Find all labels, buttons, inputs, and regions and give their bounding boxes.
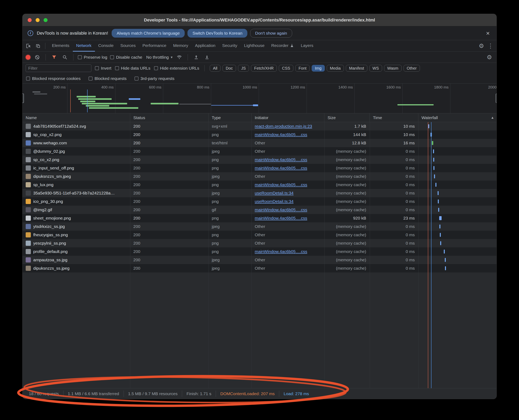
request-row[interactable]: sp_lux.png 200 png mainWindow.4ac6b05….c… xyxy=(23,180,496,189)
request-row[interactable]: dipuksnzzs_sm.jpeg 200 jpeg Other (memor… xyxy=(23,172,496,180)
request-filter-checkbox[interactable]: 3rd-party requests xyxy=(135,76,174,81)
filter-toggle-icon[interactable] xyxy=(50,53,58,61)
request-row[interactable]: ico_png_30.png 200 png useRoomDetail.ts:… xyxy=(23,197,496,206)
request-row[interactable]: ytsdrkxizc_ss.jpg 200 jpeg Other (memory… xyxy=(23,222,496,231)
initiator-link[interactable]: mainWindow.4ac6b05….css xyxy=(255,207,307,212)
resource-filter-chip[interactable]: CSS xyxy=(279,65,293,72)
resource-filter-chip[interactable]: Font xyxy=(295,65,310,72)
waterfall-bar xyxy=(445,258,446,262)
initiator-link[interactable]: Other xyxy=(255,141,265,145)
kebab-menu-icon[interactable]: ⋮ xyxy=(487,42,495,50)
initiator-link[interactable]: Other xyxy=(255,232,265,237)
initiator-link[interactable]: Other xyxy=(255,257,265,262)
panel-tab[interactable]: Performance xyxy=(139,40,170,52)
infobar-button[interactable]: Don't show again xyxy=(250,29,292,38)
hide-extension-urls-checkbox[interactable]: Hide extension URLs xyxy=(154,66,199,71)
column-header[interactable]: Size ▲ xyxy=(324,113,370,122)
filter-input[interactable] xyxy=(26,64,91,72)
resource-filter-chip[interactable]: Manifest xyxy=(346,65,367,72)
resource-filter-chip[interactable]: WS xyxy=(369,65,382,72)
request-row[interactable]: sp_cop_x2.png 200 png mainWindow.4ac6b05… xyxy=(23,130,496,139)
request-row[interactable]: @img2.gif 200 gif mainWindow.4ac6b05….cs… xyxy=(23,206,496,214)
initiator-link[interactable]: mainWindow.4ac6b05….css xyxy=(255,157,307,162)
request-row[interactable]: fheucyqjas_ss.png 200 png Other (memory … xyxy=(23,231,496,239)
close-window-button[interactable] xyxy=(28,18,32,22)
infobar-close-button[interactable]: × xyxy=(484,30,491,36)
overview-left-handle[interactable] xyxy=(23,93,24,103)
import-har-icon[interactable] xyxy=(192,53,200,61)
initiator-link[interactable]: Other xyxy=(255,266,265,271)
request-row[interactable]: profile_default.png 200 png mainWindow.4… xyxy=(23,248,496,256)
record-network-log-button[interactable] xyxy=(26,55,31,60)
column-header[interactable]: Time ▲ xyxy=(370,113,418,122)
resource-filter-chip[interactable]: Img xyxy=(312,65,325,72)
minimize-window-button[interactable] xyxy=(36,18,40,22)
request-row[interactable]: sp_co_x2.png 200 png mainWindow.4ac6b05…… xyxy=(23,156,496,164)
request-row[interactable]: sheet_emojione.png 200 png mainWindow.4a… xyxy=(23,214,496,222)
invert-checkbox[interactable]: Invert xyxy=(95,66,111,71)
network-settings-gear-icon[interactable]: ⚙ xyxy=(485,53,493,61)
panel-tab[interactable]: Application xyxy=(192,40,219,52)
export-har-icon[interactable] xyxy=(203,53,211,61)
network-overview-timeline[interactable]: 200 ms 400 ms 600 ms 800 ms xyxy=(23,83,496,113)
infobar-button[interactable]: Switch DevTools to Korean xyxy=(187,29,247,38)
zoom-window-button[interactable] xyxy=(44,18,47,22)
overview-right-handle[interactable] xyxy=(496,93,496,103)
column-header[interactable]: Status ▲ xyxy=(130,113,209,122)
resource-filter-chip[interactable]: Wasm xyxy=(384,65,402,72)
throttling-select[interactable]: No throttling ▾ xyxy=(146,55,173,60)
initiator-link[interactable]: react-dom.production.min.js:23 xyxy=(255,124,312,129)
column-header[interactable]: Waterfall ▲ xyxy=(418,113,496,122)
initiator-link[interactable]: mainWindow.4ac6b05….css xyxy=(255,166,307,170)
initiator-link[interactable]: Other xyxy=(255,174,265,179)
disable-cache-checkbox[interactable]: Disable cache xyxy=(110,55,142,60)
request-row[interactable]: ic_input_send_off.png 200 png mainWindow… xyxy=(23,164,496,172)
hide-data-urls-checkbox[interactable]: Hide data URLs xyxy=(115,66,150,71)
panel-tab[interactable]: Layers xyxy=(297,40,317,52)
resource-filter-chip[interactable]: Media xyxy=(327,65,344,72)
initiator-link[interactable]: mainWindow.4ac6b05….css xyxy=(255,182,307,187)
request-row[interactable]: @dummy_02.jpg 200 jpeg Other (memory cac… xyxy=(23,147,496,156)
request-row[interactable]: 35a5e930-5f51-11ef-a573-6b7a2421228a… 20… xyxy=(23,189,496,197)
column-header[interactable]: Name ▲ xyxy=(23,113,130,122)
initiator-link[interactable]: useRoomDetail.ts:34 xyxy=(255,191,294,195)
request-row[interactable]: yescpylnii_ss.png 200 png Other (memory … xyxy=(23,239,496,248)
panel-tab[interactable]: Security xyxy=(219,40,241,52)
resource-filter-chip[interactable]: Doc xyxy=(222,65,236,72)
preserve-log-checkbox[interactable]: Preserve log xyxy=(78,55,107,60)
initiator-link[interactable]: Other xyxy=(255,224,265,229)
panel-tab[interactable]: Console xyxy=(95,40,117,52)
resource-filter-chip[interactable]: All xyxy=(210,65,221,72)
request-filter-checkbox[interactable]: Blocked requests xyxy=(89,76,127,81)
search-icon[interactable] xyxy=(61,53,69,61)
request-filter-checkbox[interactable]: Blocked response cookies xyxy=(26,76,81,81)
request-row[interactable]: www.wehago.com 200 text/html Other 12.8 … xyxy=(23,139,496,147)
clear-network-log-icon[interactable] xyxy=(33,53,41,61)
initiator-link[interactable]: mainWindow.4ac6b05….css xyxy=(255,249,307,254)
initiator-link[interactable]: mainWindow.4ac6b05….css xyxy=(255,132,307,137)
settings-gear-icon[interactable]: ⚙ xyxy=(477,42,485,50)
panel-tab[interactable]: Sources xyxy=(117,40,139,52)
resource-thumbnail-icon xyxy=(26,182,31,187)
request-row[interactable]: dipuksnzzs_ss.jpeg 200 jpeg Other (memor… xyxy=(23,264,496,272)
inspect-element-icon[interactable] xyxy=(24,42,32,50)
network-conditions-icon[interactable] xyxy=(175,53,183,61)
column-header[interactable]: Type ▲ xyxy=(209,113,252,122)
panel-tab[interactable]: Recorder xyxy=(268,40,297,52)
resource-filter-chip[interactable]: Fetch/XHR xyxy=(251,65,277,72)
initiator-link[interactable]: Other xyxy=(255,149,265,154)
initiator-link[interactable]: mainWindow.4ac6b05….css xyxy=(255,216,307,221)
resource-filter-chip[interactable]: JS xyxy=(238,65,249,72)
infobar-button[interactable]: Always match Chrome's language xyxy=(112,29,185,38)
initiator-link[interactable]: useRoomDetail.ts:34 xyxy=(255,199,294,204)
panel-tab[interactable]: Network xyxy=(73,40,95,52)
request-row[interactable]: arnpautzoa_ss.jpg 200 jpeg Other (memory… xyxy=(23,256,496,264)
toggle-device-toolbar-icon[interactable] xyxy=(34,42,42,50)
panel-tab[interactable]: Memory xyxy=(170,40,192,52)
column-header[interactable]: Initiator ▲ xyxy=(252,113,324,122)
request-row[interactable]: 4ab7814905cef712a524.svg 200 svg+xml rea… xyxy=(23,122,496,130)
initiator-link[interactable]: Other xyxy=(255,241,265,246)
resource-filter-chip[interactable]: Other xyxy=(404,65,420,72)
panel-tab[interactable]: Lighthouse xyxy=(241,40,268,52)
panel-tab[interactable]: Elements xyxy=(49,40,73,52)
